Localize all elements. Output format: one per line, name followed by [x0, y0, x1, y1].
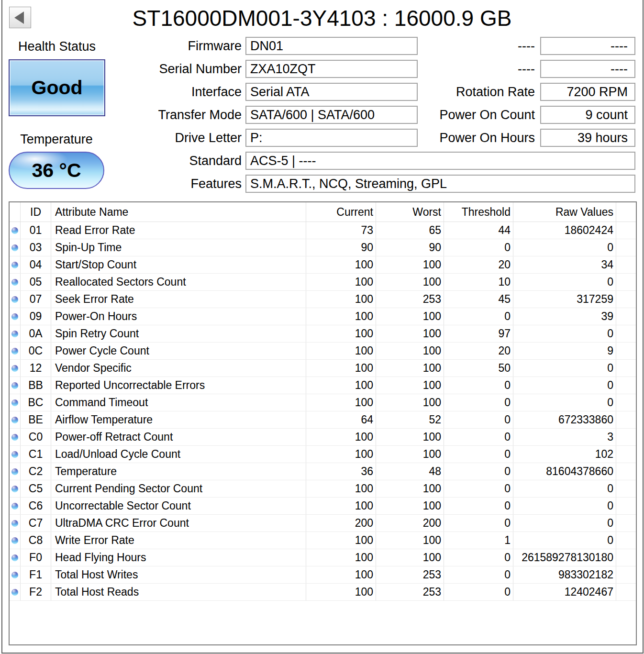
cell-worst: 100 — [376, 394, 444, 411]
table-row[interactable]: 01Read Error Rate73654418602424 — [10, 222, 636, 239]
col-threshold: Threshold — [444, 202, 513, 222]
status-dot-cell — [10, 360, 21, 377]
cell-id: 12 — [21, 360, 51, 377]
table-row[interactable]: 0ASpin Retry Count100100970 — [10, 325, 636, 343]
row-spacer-cell — [616, 256, 636, 273]
table-row[interactable]: C7UltraDMA CRC Error Count20020000 — [10, 515, 636, 532]
status-orb-icon — [11, 244, 18, 251]
cell-threshold: 0 — [444, 498, 513, 514]
cell-worst: 100 — [376, 429, 444, 445]
drive-title: ST16000DM001-3Y4103 : 16000.9 GB — [0, 6, 644, 30]
status-dot-cell — [10, 325, 21, 342]
cell-id: F0 — [21, 549, 51, 566]
cell-worst: 100 — [376, 480, 444, 497]
cell-attribute-name: Head Flying Hours — [51, 549, 306, 566]
cell-attribute-name: Total Host Reads — [51, 584, 306, 600]
cell-raw-values: 0 — [513, 532, 616, 549]
cell-attribute-name: Total Host Writes — [51, 566, 306, 583]
cell-raw-values: 0 — [513, 515, 616, 532]
cell-worst: 48 — [376, 463, 444, 480]
col-attribute-name: Attribute Name — [51, 202, 306, 222]
cell-id: 03 — [21, 239, 51, 256]
table-row[interactable]: C5Current Pending Sector Count10010000 — [10, 480, 636, 498]
table-row[interactable]: 0CPower Cycle Count100100209 — [10, 343, 636, 360]
cell-threshold: 0 — [444, 584, 513, 600]
cell-threshold: 0 — [444, 411, 513, 428]
status-orb-icon — [11, 279, 18, 286]
cell-threshold: 0 — [444, 377, 513, 394]
cell-current: 100 — [306, 360, 376, 377]
field-value-box: 7200 RPM — [540, 83, 635, 101]
field-value-box: ---- — [540, 37, 635, 55]
health-status-button[interactable]: Good — [9, 59, 105, 116]
table-row[interactable]: C2Temperature3648081604378660 — [10, 463, 636, 480]
row-spacer-cell — [616, 429, 636, 445]
cell-threshold: 50 — [444, 360, 513, 377]
cell-current: 100 — [306, 394, 376, 411]
table-row[interactable]: BBReported Uncorrectable Errors10010000 — [10, 377, 636, 394]
status-dot-cell — [10, 480, 21, 497]
field-value-box: ACS-5 | ---- — [245, 152, 635, 170]
table-row[interactable]: C0Power-off Retract Count10010003 — [10, 429, 636, 446]
cell-threshold: 0 — [444, 463, 513, 480]
col-worst: Worst — [376, 202, 444, 222]
row-spacer-cell — [616, 498, 636, 514]
cell-attribute-name: Write Error Rate — [51, 532, 306, 549]
cell-raw-values: 0 — [513, 360, 616, 377]
table-row[interactable]: F1Total Host Writes1002530983302182 — [10, 566, 636, 584]
status-dot-cell — [10, 394, 21, 411]
table-row[interactable]: C6Uncorrectable Sector Count10010000 — [10, 498, 636, 515]
cell-id: F1 — [21, 566, 51, 583]
status-orb-icon — [11, 537, 18, 544]
table-row[interactable]: C8Write Error Rate10010010 — [10, 532, 636, 549]
cell-raw-values: 18602424 — [513, 222, 616, 239]
table-row[interactable]: 03Spin-Up Time909000 — [10, 239, 636, 256]
table-row[interactable]: F2Total Host Reads100253012402467 — [10, 584, 636, 601]
cell-attribute-name: Reallocated Sectors Count — [51, 274, 306, 290]
cell-worst: 100 — [376, 256, 444, 273]
cell-current: 100 — [306, 498, 376, 514]
cell-current: 64 — [306, 411, 376, 428]
temperature-label: Temperature — [9, 132, 104, 146]
cell-current: 100 — [306, 584, 376, 600]
table-row[interactable]: BCCommand Timeout10010000 — [10, 394, 636, 411]
row-spacer-cell — [616, 377, 636, 394]
row-spacer-cell — [616, 411, 636, 428]
table-row[interactable]: 07Seek Error Rate10025345317259 — [10, 291, 636, 308]
cell-threshold: 0 — [444, 239, 513, 256]
cell-attribute-name: Load/Unload Cycle Count — [51, 446, 306, 463]
cell-threshold: 0 — [444, 515, 513, 532]
table-row[interactable]: BEAirflow Temperature64520672333860 — [10, 411, 636, 429]
status-orb-icon — [11, 313, 18, 320]
table-row[interactable]: 05Reallocated Sectors Count100100100 — [10, 274, 636, 291]
status-orb-icon — [11, 262, 18, 268]
table-row[interactable]: 09Power-On Hours100100039 — [10, 308, 636, 325]
table-row[interactable]: F0Head Flying Hours100100026158927813018… — [10, 549, 636, 566]
cell-raw-values: 0 — [513, 394, 616, 411]
cell-threshold: 0 — [444, 308, 513, 325]
cell-threshold: 0 — [444, 549, 513, 566]
cell-threshold: 97 — [444, 325, 513, 342]
cell-attribute-name: Power-off Retract Count — [51, 429, 306, 445]
field-label: Interface — [98, 83, 242, 101]
cell-id: C6 — [21, 498, 51, 514]
table-row[interactable]: 12Vendor Specific100100500 — [10, 360, 636, 377]
status-orb-icon — [11, 520, 18, 527]
cell-id: C8 — [21, 532, 51, 549]
cell-id: BE — [21, 411, 51, 428]
temperature-button[interactable]: 36 °C — [9, 152, 104, 189]
table-row[interactable]: 04Start/Stop Count1001002034 — [10, 256, 636, 274]
cell-attribute-name: Spin-Up Time — [51, 239, 306, 256]
row-spacer-cell — [616, 291, 636, 308]
status-dot-cell — [10, 463, 21, 480]
cell-worst: 253 — [376, 566, 444, 583]
cell-current: 100 — [306, 308, 376, 325]
field-value-box: 9 count — [540, 106, 635, 124]
cell-attribute-name: Read Error Rate — [51, 222, 306, 239]
cell-threshold: 0 — [444, 394, 513, 411]
cell-worst: 100 — [376, 446, 444, 463]
row-spacer-cell — [616, 549, 636, 566]
table-row[interactable]: C1Load/Unload Cycle Count1001000102 — [10, 446, 636, 463]
field-label: Serial Number — [98, 60, 242, 78]
row-spacer-cell — [616, 274, 636, 290]
